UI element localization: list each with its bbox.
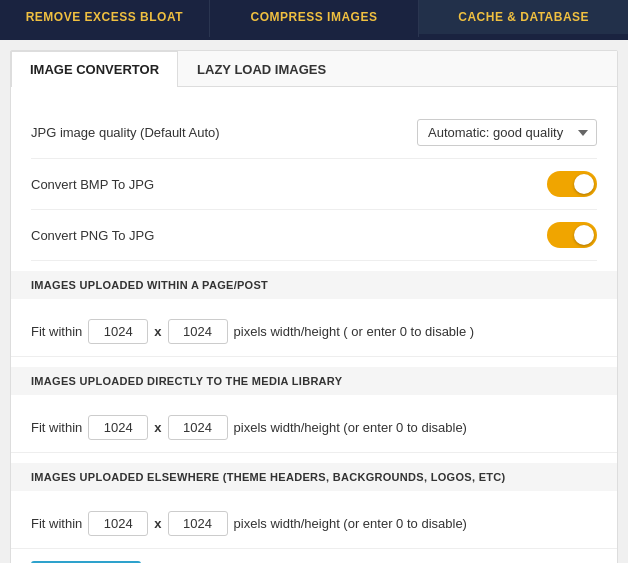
fit-row-media-library: Fit within x pixels width/height (or ent… (31, 405, 597, 452)
top-nav: REMOVE EXCESS BLOAT COMPRESS IMAGES CACH… (0, 0, 628, 40)
toggle-thumb-2 (574, 225, 594, 245)
convert-bmp-label: Convert BMP To JPG (31, 177, 154, 192)
tab-lazy-load-images[interactable]: LAZY LOAD IMAGES (178, 51, 345, 87)
fit-label-2: Fit within (31, 516, 82, 531)
fit-height-2[interactable] (168, 511, 228, 536)
section-header-elsewhere: IMAGES UPLOADED ELSEWHERE (THEME HEADERS… (11, 463, 617, 491)
tab-image-convertor[interactable]: IMAGE CONVERTOR (11, 51, 178, 87)
divider-2 (11, 452, 617, 453)
fit-row-elsewhere: Fit within x pixels width/height (or ent… (31, 501, 597, 548)
divider-1 (11, 356, 617, 357)
tab-cache-database[interactable]: CACHE & DATABASE (419, 0, 628, 37)
fit-row-page-post: Fit within x pixels width/height ( or en… (31, 309, 597, 356)
fit-width-1[interactable] (88, 415, 148, 440)
fit-x-2: x (154, 516, 161, 531)
fit-label-1: Fit within (31, 420, 82, 435)
sub-tabs: IMAGE CONVERTOR LAZY LOAD IMAGES (11, 51, 617, 87)
tab-compress-images[interactable]: COMPRESS IMAGES (210, 0, 420, 37)
fit-label-0: Fit within (31, 324, 82, 339)
jpg-quality-row: JPG image quality (Default Auto) Automat… (31, 107, 597, 159)
divider-3 (11, 548, 617, 549)
fit-suffix-0: pixels width/height ( or enter 0 to disa… (234, 324, 475, 339)
fit-x-1: x (154, 420, 161, 435)
fit-width-2[interactable] (88, 511, 148, 536)
fit-width-0[interactable] (88, 319, 148, 344)
section-header-page-post: IMAGES UPLOADED WITHIN A PAGE/POST (11, 271, 617, 299)
tab-remove-excess-bloat[interactable]: REMOVE EXCESS BLOAT (0, 0, 210, 37)
convert-bmp-row: Convert BMP To JPG (31, 159, 597, 210)
convert-bmp-toggle[interactable] (547, 171, 597, 197)
convert-png-label: Convert PNG To JPG (31, 228, 154, 243)
main-content: IMAGE CONVERTOR LAZY LOAD IMAGES JPG ima… (10, 50, 618, 563)
section-header-media-library: IMAGES UPLOADED DIRECTLY TO THE MEDIA LI… (11, 367, 617, 395)
convert-png-row: Convert PNG To JPG (31, 210, 597, 261)
fit-height-0[interactable] (168, 319, 228, 344)
toggle-thumb (574, 174, 594, 194)
content-body: JPG image quality (Default Auto) Automat… (11, 87, 617, 563)
jpg-quality-select[interactable]: Automatic: good quality Low quality Medi… (417, 119, 597, 146)
fit-suffix-1: pixels width/height (or enter 0 to disab… (234, 420, 467, 435)
jpg-quality-label: JPG image quality (Default Auto) (31, 125, 220, 140)
convert-png-toggle[interactable] (547, 222, 597, 248)
fit-height-1[interactable] (168, 415, 228, 440)
fit-x-0: x (154, 324, 161, 339)
fit-suffix-2: pixels width/height (or enter 0 to disab… (234, 516, 467, 531)
